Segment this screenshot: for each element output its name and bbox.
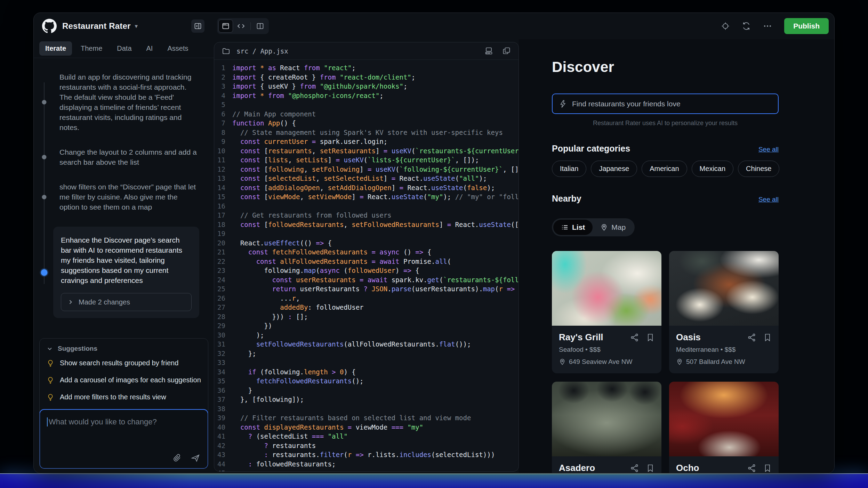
code-line: 14 const [addDialogOpen, setAddDialogOpe… (214, 183, 519, 193)
category-chip-chinese[interactable]: Chinese (738, 161, 779, 177)
restaurant-card[interactable]: OasisMediterranean • $$$507 Ballard Ave … (669, 251, 779, 373)
prompt-item: Enhance the Discover page’s search bar w… (42, 227, 208, 318)
map-pin-icon (600, 223, 608, 231)
active-prompt-card[interactable]: Enhance the Discover page’s search bar w… (53, 227, 199, 318)
category-chip-italian[interactable]: Italian (552, 161, 586, 177)
line-number: 38 (214, 404, 232, 414)
code-text: const displayedRestaurants = viewMode ==… (232, 423, 519, 432)
prompt-text: Change the layout to 2 columns and add a… (59, 147, 199, 167)
line-number: 32 (214, 349, 232, 358)
category-chip-american[interactable]: American (642, 161, 687, 177)
share-icon[interactable] (747, 464, 756, 473)
code-area[interactable]: 1import * as React from "react";2import … (214, 60, 519, 471)
open-in-editor-icon[interactable] (484, 47, 493, 55)
line-number: 43 (214, 450, 232, 459)
target-icon[interactable] (721, 22, 730, 31)
code-line: 36 } (214, 386, 519, 395)
code-line: 11 const [lists, setLists] = useKV(`list… (214, 155, 519, 165)
line-number: 15 (214, 192, 232, 202)
sidebar-collapse-button[interactable] (191, 19, 204, 33)
code-line: 23 following.map(async (followedUser) =>… (214, 266, 519, 275)
code-view-button[interactable] (234, 19, 248, 33)
bookmark-icon[interactable] (646, 333, 654, 342)
code-text (232, 469, 519, 471)
code-text: const [addDialogOpen, setAddDialogOpen] … (232, 183, 519, 193)
file-breadcrumb[interactable]: src / App.jsx (236, 47, 288, 55)
code-text (232, 404, 519, 414)
bookmark-icon[interactable] (763, 464, 772, 473)
folder-icon[interactable] (222, 47, 230, 55)
send-icon[interactable] (191, 454, 200, 463)
copy-icon[interactable] (502, 47, 511, 55)
code-line: 43 : restaurants.filter(r => r.lists.inc… (214, 450, 519, 459)
restaurant-card[interactable]: Asadero (552, 382, 661, 473)
lightning-icon (559, 100, 567, 108)
line-number: 7 (214, 119, 232, 128)
categories-see-all-link[interactable]: See all (758, 146, 779, 153)
split-view-button[interactable] (253, 19, 267, 33)
ellipsis-icon[interactable] (763, 22, 772, 31)
share-icon[interactable] (630, 464, 639, 473)
prompt-dot (42, 155, 47, 160)
suggestion-item[interactable]: Add a carousel of images for each sugges… (40, 372, 208, 389)
code-text: }) (232, 321, 519, 331)
code-text: // Get restaurants from followed users (232, 211, 519, 220)
line-number: 39 (214, 413, 232, 423)
category-chip-japanese[interactable]: Japanese (591, 161, 637, 177)
suggestion-item[interactable]: Show search results grouped by friend (40, 355, 208, 372)
lightbulb-icon (47, 393, 54, 401)
code-text: React.useEffect(() => { (232, 238, 519, 248)
restaurant-card[interactable]: Ray's GrillSeafood • $$$649 Seaview Ave … (552, 251, 661, 373)
share-icon[interactable] (630, 333, 639, 342)
top-header: Restaurant Rater ▾ (34, 13, 834, 39)
suggestion-item[interactable]: Add more filters to the results view (40, 389, 208, 406)
tab-assets[interactable]: Assets (161, 41, 194, 56)
tab-ai[interactable]: AI (140, 41, 159, 56)
code-line: 18 const [followedRestaurants, setFollow… (214, 220, 519, 229)
restaurant-meta: Mediterranean • $$$ (676, 346, 772, 353)
share-icon[interactable] (747, 333, 756, 342)
restaurant-card[interactable]: Ocho (669, 382, 779, 473)
code-text: setFollowedRestaurants(allFollowedRestau… (232, 340, 519, 349)
line-number: 45 (214, 469, 232, 471)
chevron-down-icon[interactable]: ▾ (135, 23, 138, 30)
line-number: 12 (214, 165, 232, 174)
preview-view-button[interactable] (218, 19, 233, 33)
bookmark-icon[interactable] (646, 464, 654, 473)
tab-iterate[interactable]: Iterate (39, 41, 72, 56)
code-line: 44 : followedRestaurants; (214, 459, 519, 469)
line-number: 22 (214, 257, 232, 266)
bookmark-icon[interactable] (763, 333, 772, 342)
code-line: 40 const displayedRestaurants = viewMode… (214, 423, 519, 432)
code-text: }; (232, 349, 519, 358)
code-text: const fetchFollowedRestaurants = async (… (232, 247, 519, 257)
restaurant-address: 507 Ballard Ave NW (676, 358, 772, 366)
nearby-see-all-link[interactable]: See all (758, 196, 779, 203)
prompt-composer[interactable]: What would you like to change? (39, 409, 208, 469)
refresh-icon[interactable] (742, 22, 751, 31)
code-line: 31 setFollowedRestaurants(allFollowedRes… (214, 340, 519, 349)
line-number: 33 (214, 358, 232, 367)
attach-icon[interactable] (173, 454, 182, 463)
tab-theme[interactable]: Theme (75, 41, 108, 56)
category-chip-mexican[interactable]: Mexican (692, 161, 733, 177)
code-text: const [followedRestaurants, setFollowedR… (232, 220, 519, 229)
code-text: import * from "@phosphor-icons/react"; (232, 91, 519, 100)
composer-placeholder: What would you like to change? (47, 417, 201, 426)
text-caret (47, 417, 48, 426)
code-editor-panel: src / App.jsx 1import * as React from "r… (214, 42, 519, 472)
toggle-divider (250, 22, 251, 30)
line-number: 2 (214, 73, 232, 82)
line-number: 17 (214, 211, 232, 220)
view-toggle-map[interactable]: Map (593, 220, 633, 235)
suggestions-header[interactable]: Suggestions (40, 339, 208, 355)
made-changes-button[interactable]: Made 2 changes (61, 293, 192, 311)
restaurant-name: Asadero (559, 463, 595, 473)
search-input[interactable]: Find restaurants your friends love (552, 93, 779, 114)
tab-data[interactable]: Data (111, 41, 137, 56)
view-toggle-list[interactable]: List (553, 220, 593, 235)
code-line: 16 (214, 202, 519, 211)
code-text: const allFollowedRestaurants = await Pro… (232, 257, 519, 266)
card-actions (747, 333, 772, 342)
publish-button[interactable]: Publish (784, 18, 829, 34)
